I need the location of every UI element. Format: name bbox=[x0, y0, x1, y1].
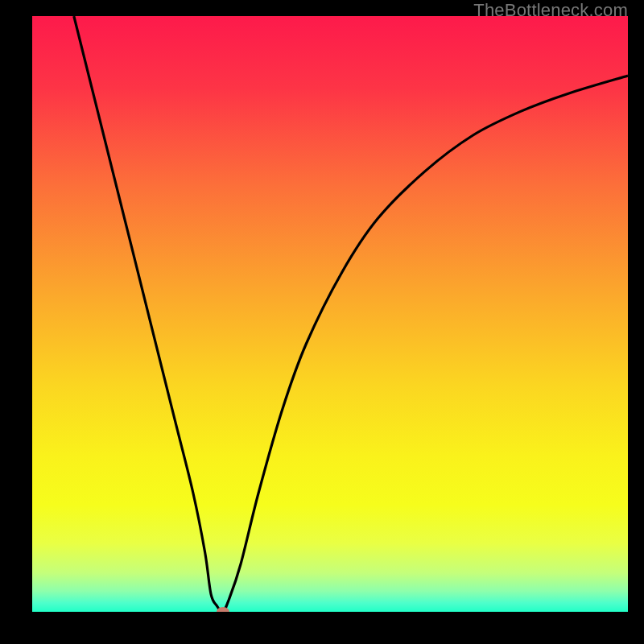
chart-canvas: TheBottleneck.com bbox=[0, 0, 644, 644]
plot-area bbox=[32, 16, 628, 612]
curve-layer bbox=[32, 16, 628, 612]
bottleneck-curve bbox=[74, 16, 628, 612]
optimum-marker bbox=[217, 607, 229, 612]
